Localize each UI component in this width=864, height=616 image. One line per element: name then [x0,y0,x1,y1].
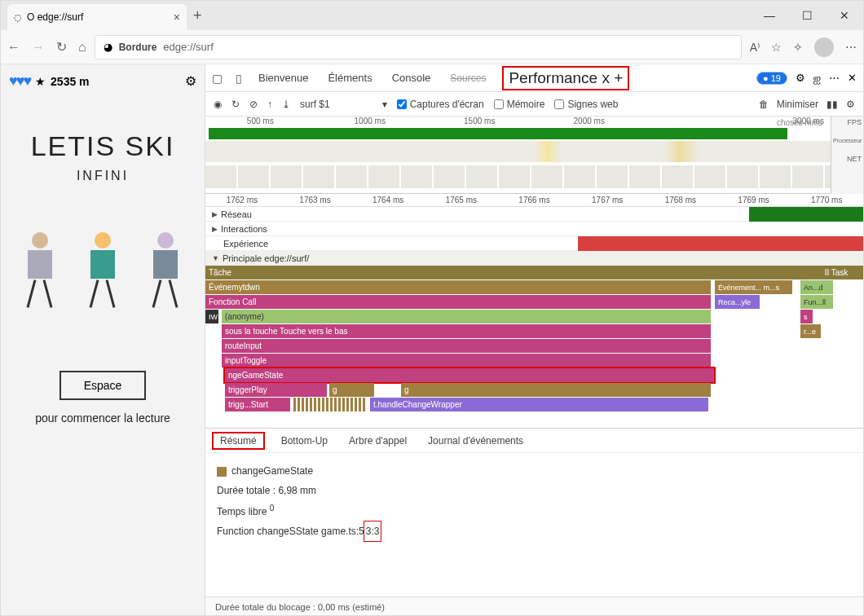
track-main[interactable]: ▼Principale edge://surf/ [205,251,863,266]
flame-event[interactable]: Événemytdwn [205,280,711,294]
overview-screenshots [205,165,863,188]
track-interactions[interactable]: ▶Interactions [205,222,863,236]
summary-self-val: 0 [270,504,275,513]
browser-tab[interactable]: ◌ O edge://surf × [7,4,187,30]
tab-performance[interactable]: Performance x + [502,66,629,90]
dtab-bottomup[interactable]: Bottom-Up [278,433,331,448]
summary-self-label: Temps libre [217,506,267,517]
trash-icon[interactable]: 🗑 [759,99,769,110]
inspect-icon[interactable]: ▢ [212,72,223,85]
flame-changegamestate[interactable]: ngeGameState [225,368,714,382]
window-maximize-button[interactable]: ☐ [788,1,826,30]
tab-title: O edge://surf [27,11,83,23]
download-icon[interactable]: ⤓ [282,99,290,110]
help-icon[interactable]: ஐ [813,72,821,85]
flame-chart[interactable]: Tâche II Task Événemytdwn Événement... m… [205,266,863,429]
skier-option-3[interactable] [145,232,186,306]
device-icon[interactable]: ▯ [236,72,242,85]
refresh-button[interactable]: ↻ [56,39,67,55]
gear-icon[interactable]: ⚙ [185,73,196,89]
flame-ruler: 1762 ms1763 ms1764 ms 1765 ms1766 ms1767… [205,194,863,207]
address-bar: ← → ↻ ⌂ ◕ Bordure edge://surf A⁾ ☆ ✧ ⋯ [1,30,863,64]
minimize-label[interactable]: Minimiser [777,99,818,110]
settings2-icon[interactable]: ⚙ [846,99,855,110]
flame-g2[interactable]: g [401,383,711,397]
flame-iw[interactable]: IW [205,310,218,323]
profile-select[interactable]: surf $1 ▾ [300,99,387,110]
flame-handlechange[interactable]: t.handleChangeWrapper [370,398,708,411]
websignals-checkbox[interactable]: Signes web [554,99,618,110]
screenshots-checkbox[interactable]: Captures d'écran [397,99,484,110]
summary-fn-line-b[interactable]: 3:3 [364,521,381,541]
track-experience[interactable]: ExpérienceChangement de disposition [205,236,863,251]
flame-g1[interactable]: g [329,383,374,397]
home-button[interactable]: ⌂ [78,40,86,55]
devtools-close-icon[interactable]: ✕ [848,72,857,84]
flame-event2[interactable]: Événement... m...s [715,280,792,294]
settings-icon[interactable]: ⚙ [796,72,805,84]
clear-icon[interactable]: ⊘ [249,99,258,110]
flame-route[interactable]: routeInput [222,339,711,353]
flame-triggerstart[interactable]: trigg...Start [225,398,290,411]
tracks: ▶Réseau ▶Interactions ExpérienceChangeme… [205,207,863,266]
tab-welcome[interactable]: Bienvenue [255,72,311,84]
back-button[interactable]: ← [7,40,20,55]
upload-icon[interactable]: ↑ [267,99,272,110]
tab-console[interactable]: Console [389,72,434,84]
overview-fps-track [209,128,787,139]
flame-triggerplay[interactable]: triggerPlay [225,383,327,397]
skier-option-2[interactable] [82,232,123,306]
perf-toolbar: ◉ ↻ ⊘ ↑ ⤓ surf $1 ▾ Captures d'écran Mém… [205,92,863,117]
favorites-icon[interactable]: ☆ [771,41,782,54]
window-minimize-button[interactable]: — [751,1,788,30]
tab-close-icon[interactable]: × [174,11,180,24]
map-icon[interactable]: ▮▮ [827,99,838,110]
flame-task-2[interactable]: II Task [806,266,863,279]
flame-keydown[interactable]: sous la touche Touche vers le bas [222,324,711,338]
flame-re[interactable]: r...e [800,324,821,338]
overview-ruler: 500 ms1000 ms 1500 ms2000 ms 3000 ms [205,117,863,128]
flame-task[interactable]: Tâche [205,266,841,279]
flame-recalc[interactable]: Reca...yle [715,295,760,309]
flame-anon[interactable]: (anonyme) [222,310,711,323]
devtools-tabbar: ▢ ▯ Bienvenue Éléments Console Sources P… [205,64,863,92]
read-aloud-icon[interactable]: A⁾ [750,41,760,54]
summary-swatch [217,467,227,477]
game-panel: ♥♥♥ ★ 2535 m ⚙ LETIS SKI INFINI Espace p… [1,64,205,616]
reload-record-icon[interactable]: ↻ [231,99,240,110]
new-tab-button[interactable]: + [193,7,202,24]
menu-icon[interactable]: ⋯ [845,41,857,54]
more-icon[interactable]: ⋯ [829,72,840,84]
overview-cpu-track [205,141,863,162]
flame-stripes[interactable] [293,398,367,411]
track-network[interactable]: ▶Réseau [205,207,863,222]
summary-fn-line-a[interactable]: Function changeSState game.ts:5 [217,526,364,537]
devtools-panel: ▢ ▯ Bienvenue Éléments Console Sources P… [205,64,863,616]
overview-side-labels: FPS Processeur NET [831,117,863,194]
memory-checkbox[interactable]: Mémoire [494,99,545,110]
hearts-icon: ♥♥♥ [9,73,30,90]
timeline-overview[interactable]: 500 ms1000 ms 1500 ms2000 ms 3000 ms cho… [205,117,863,194]
perf-footer: Durée totale du blocage : 0,00 ms (estim… [205,596,863,616]
skier-option-1[interactable] [20,232,60,306]
flame-and[interactable]: An...d [800,280,833,294]
url-input[interactable]: ◕ Bordure edge://surf [95,35,742,59]
flame-s[interactable]: s [800,310,813,323]
issues-badge[interactable]: ● 19 [756,72,787,85]
record-icon[interactable]: ◉ [214,99,222,110]
dtab-summary[interactable]: Résumé [214,433,263,448]
star-icon: ★ [35,75,46,88]
dtab-calltree[interactable]: Arbre d'appel [346,433,410,448]
dtab-eventlog[interactable]: Journal d'événements [425,433,527,448]
collections-icon[interactable]: ✧ [793,41,803,54]
game-title: LETIS SKI [9,130,196,162]
flame-toggle[interactable]: inputToggle [222,354,711,367]
profile-avatar[interactable] [814,37,834,57]
flame-fcall[interactable]: Fonction Call [205,295,711,309]
flame-fun[interactable]: Fun...ll [800,295,833,309]
window-close-button[interactable]: ✕ [826,1,863,30]
play-button[interactable]: Espace [60,371,147,400]
tab-elements[interactable]: Éléments [324,72,375,84]
forward-button[interactable]: → [32,40,45,55]
tab-sources[interactable]: Sources [447,73,489,84]
